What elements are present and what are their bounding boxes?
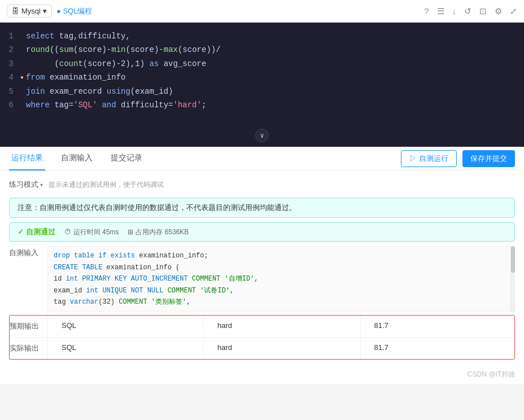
db-label: Mysql bbox=[21, 7, 41, 15]
scrollbar-track[interactable] bbox=[510, 246, 515, 312]
output-section: 预期输出 SQL hard 81.7 实际输出 SQL hard bbox=[9, 315, 515, 360]
clock-icon: ⏱ bbox=[64, 228, 71, 236]
input-section-row: 自测输入 drop table if exists examination_in… bbox=[9, 246, 515, 312]
refresh-icon[interactable]: ↺ bbox=[464, 6, 471, 16]
line-number-2: 2 bbox=[0, 43, 20, 56]
tabs-left: 运行结果 自测输入 提交记录 bbox=[9, 147, 145, 170]
code-line-4: 4 ● from examination_info bbox=[0, 71, 524, 84]
collapse-button[interactable]: ∨ bbox=[255, 129, 269, 142]
settings-icon[interactable]: ⚙ bbox=[495, 6, 502, 16]
chevron-icon: ▾ bbox=[40, 182, 43, 188]
db-selector[interactable]: 🗄 Mysql ▾ bbox=[7, 5, 52, 18]
help-icon[interactable]: ? bbox=[424, 6, 429, 16]
run-button[interactable]: ▷ 自测运行 bbox=[401, 150, 457, 167]
grid-icon[interactable]: ⊡ bbox=[479, 6, 487, 16]
mode-badge[interactable]: 练习模式 ▾ bbox=[9, 180, 43, 190]
footer-text: CSDN @IT邦德 bbox=[468, 370, 515, 378]
line-content-6: where tag='SQL' and difficulty='hard'; bbox=[26, 99, 524, 111]
tabs-bar: 运行结果 自测输入 提交记录 ▷ 自测运行 保存并提交 bbox=[0, 147, 524, 170]
code-editor[interactable]: 1 select tag,difficulty, 2 round((sum(sc… bbox=[0, 23, 524, 147]
expected-col1: SQL bbox=[48, 316, 204, 335]
actual-table: SQL hard 81.7 bbox=[48, 338, 514, 357]
mode-hint: 提示未通过的测试用例，便于代码调试 bbox=[49, 180, 164, 190]
notice-box: 注意：自测用例通过仅代表自测时使用的数据通过，不代表题目的测试用例均能通过。 bbox=[9, 198, 515, 218]
chevron-down-icon: ▾ bbox=[43, 7, 47, 15]
actual-table-cell: SQL hard 81.7 bbox=[48, 338, 514, 359]
expected-label: 预期输出 bbox=[10, 316, 48, 337]
sql-tag: ● SQL编程 bbox=[56, 6, 92, 16]
line-dot-4: ● bbox=[20, 73, 26, 82]
line-number-5: 5 bbox=[0, 85, 20, 98]
tabs-right: ▷ 自测运行 保存并提交 bbox=[401, 150, 515, 167]
input-line-1: drop table if exists examination_info; bbox=[54, 250, 509, 261]
line-number-6: 6 bbox=[0, 99, 20, 111]
download-icon[interactable]: ↓ bbox=[452, 6, 457, 16]
input-line-5: tag varchar(32) COMMENT '类别标签', bbox=[54, 296, 509, 308]
expected-col2: hard bbox=[204, 316, 360, 335]
actual-label: 实际输出 bbox=[10, 338, 48, 359]
input-section-label: 自测输入 bbox=[9, 246, 47, 312]
line-content-1: select tag,difficulty, bbox=[26, 30, 524, 42]
chevron-down-icon: ∨ bbox=[260, 132, 264, 140]
tab-self-test[interactable]: 自测输入 bbox=[59, 147, 95, 170]
line-number-3: 3 bbox=[0, 58, 20, 70]
code-line-3: 3 (count(score)-2),1) as avg_score bbox=[0, 57, 524, 71]
actual-col1: SQL bbox=[48, 338, 204, 357]
input-section-content: drop table if exists examination_info; C… bbox=[47, 246, 515, 312]
list-icon[interactable]: ☰ bbox=[437, 6, 444, 16]
expected-table-cell: SQL hard 81.7 bbox=[48, 316, 514, 337]
tab-run-result[interactable]: 运行结果 bbox=[9, 147, 45, 170]
scrollbar-thumb[interactable] bbox=[511, 246, 515, 272]
input-line-3: id int PRIMARY KEY AUTO_INCREMENT COMMEN… bbox=[54, 273, 509, 285]
memory-meta: ⊞ 占用内存 6536KB bbox=[128, 228, 189, 237]
line-content-4: from examination_info bbox=[26, 71, 524, 84]
mode-row: 练习模式 ▾ 提示未通过的测试用例，便于代码调试 bbox=[9, 176, 515, 193]
code-line-2: 2 round((sum(score)-min(score)-max(score… bbox=[0, 43, 524, 56]
line-number-1: 1 bbox=[0, 30, 20, 42]
pass-bar: ✓ 自测通过 ⏱ 运行时间 45ms ⊞ 占用内存 6536KB bbox=[9, 222, 515, 242]
db-icon: 🗄 bbox=[12, 7, 19, 15]
submit-button[interactable]: 保存并提交 bbox=[462, 150, 515, 167]
line-content-2: round((sum(score)-min(score)-max(score))… bbox=[26, 43, 524, 56]
code-line-6: 6 where tag='SQL' and difficulty='hard'; bbox=[0, 98, 524, 112]
run-time-text: 运行时间 45ms bbox=[73, 228, 119, 237]
expected-output-row: 预期输出 SQL hard 81.7 bbox=[10, 316, 514, 338]
actual-col2: hard bbox=[204, 338, 360, 357]
top-bar: 🗄 Mysql ▾ ● SQL编程 ? ☰ ↓ ↺ ⊡ ⚙ ⤢ bbox=[0, 0, 524, 23]
actual-output-row: 实际输出 SQL hard 81.7 bbox=[10, 338, 514, 359]
pass-badge: ✓ 自测通过 bbox=[18, 227, 55, 237]
notice-text: 注意：自测用例通过仅代表自测时使用的数据通过，不代表题目的测试用例均能通过。 bbox=[18, 203, 296, 212]
memory-text: 占用内存 6536KB bbox=[136, 228, 189, 237]
expected-col3: 81.7 bbox=[360, 316, 514, 335]
mode-label: 练习模式 bbox=[9, 180, 38, 190]
input-line-4: exam_id int UNIQUE NOT NULL COMMENT '试卷I… bbox=[54, 285, 509, 296]
line-number-4: 4 bbox=[0, 71, 20, 84]
top-bar-right: ? ☰ ↓ ↺ ⊡ ⚙ ⤢ bbox=[424, 6, 517, 16]
table-row: SQL hard 81.7 bbox=[48, 316, 514, 335]
tab-submit-history[interactable]: 提交记录 bbox=[108, 147, 145, 170]
line-content-3: (count(score)-2),1) as avg_score bbox=[26, 58, 524, 70]
fullscreen-icon[interactable]: ⤢ bbox=[510, 6, 517, 16]
actual-col3: 81.7 bbox=[360, 338, 514, 357]
footer: CSDN @IT邦德 bbox=[0, 365, 524, 384]
table-row: SQL hard 81.7 bbox=[48, 338, 514, 357]
input-code-block[interactable]: drop table if exists examination_info; C… bbox=[47, 246, 515, 312]
run-time-meta: ⏱ 运行时间 45ms bbox=[64, 228, 119, 237]
expected-table: SQL hard 81.7 bbox=[48, 316, 514, 335]
code-line-1: 1 select tag,difficulty, bbox=[0, 29, 524, 43]
line-content-5: join exam_record using(exam_id) bbox=[26, 85, 524, 98]
top-bar-left: 🗄 Mysql ▾ ● SQL编程 bbox=[7, 5, 92, 18]
input-line-2: CREATE TABLE examination_info ( bbox=[54, 262, 509, 273]
memory-icon: ⊞ bbox=[128, 228, 133, 236]
result-area: 练习模式 ▾ 提示未通过的测试用例，便于代码调试 注意：自测用例通过仅代表自测时… bbox=[0, 170, 524, 365]
code-line-5: 5 join exam_record using(exam_id) bbox=[0, 85, 524, 98]
